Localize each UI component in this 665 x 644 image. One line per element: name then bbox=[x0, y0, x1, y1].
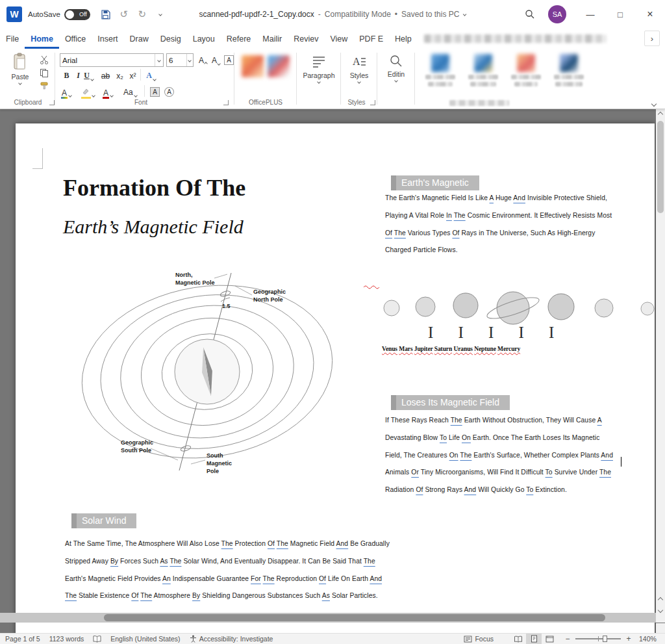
addin-button-2[interactable] bbox=[464, 54, 503, 86]
subscript-button[interactable]: x₂ bbox=[114, 69, 125, 81]
font-size-dropdown-icon[interactable] bbox=[186, 54, 193, 66]
zoom-slider-thumb[interactable] bbox=[603, 636, 607, 642]
officeplus-tool-icon-1[interactable] bbox=[242, 55, 264, 77]
read-mode-button[interactable] bbox=[510, 634, 526, 644]
word-count[interactable]: 1123 words bbox=[49, 635, 84, 643]
paragraph-solar-wind[interactable]: At The Same Time, The Atmosphere Will Al… bbox=[65, 535, 419, 605]
previous-page-icon[interactable] bbox=[658, 597, 663, 602]
menu-tab-office[interactable]: Office bbox=[59, 29, 92, 49]
phonetic-guide-button[interactable]: A bbox=[61, 85, 72, 97]
menu-tab-desig[interactable]: Desig bbox=[155, 29, 187, 49]
paragraph-earths-magnetic[interactable]: The Earth's Magnetic Field Is Like A Hug… bbox=[385, 190, 651, 259]
maximize-button[interactable]: □ bbox=[605, 0, 635, 29]
vertical-scrollbar-thumb[interactable] bbox=[657, 121, 664, 213]
close-button[interactable]: × bbox=[635, 0, 665, 29]
grammar-flagged-word: The bbox=[277, 540, 288, 547]
text-effects-button[interactable]: A bbox=[145, 69, 157, 81]
planets-figure[interactable]: IIIII Venus Mars Jupiter Saturn Uranus N… bbox=[364, 285, 656, 363]
focus-mode-button[interactable]: Focus bbox=[464, 635, 494, 643]
scroll-up-icon[interactable] bbox=[658, 112, 663, 117]
grow-font-button[interactable]: A bbox=[197, 53, 208, 66]
zoom-out-button[interactable]: − bbox=[564, 634, 571, 643]
menu-tab-help[interactable]: Help bbox=[389, 29, 418, 49]
page-indicator[interactable]: Page 1 of 5 bbox=[5, 635, 40, 643]
print-layout-button[interactable] bbox=[526, 634, 542, 644]
format-painter-button[interactable] bbox=[38, 81, 51, 91]
menu-tab-insert[interactable]: Insert bbox=[92, 29, 123, 49]
shrink-font-button[interactable]: A bbox=[210, 53, 221, 66]
officeplus-tool-icon-2[interactable] bbox=[268, 55, 290, 77]
superscript-button[interactable]: x² bbox=[127, 69, 138, 81]
accessibility-status[interactable]: Accessibility: Investigate bbox=[190, 635, 273, 643]
minimize-button[interactable]: — bbox=[575, 0, 605, 29]
paragraph-loses-magnetic-field[interactable]: If These Rays Reach The Earth Without Ob… bbox=[385, 412, 651, 499]
redacted-label bbox=[555, 82, 583, 86]
autosave-toggle[interactable]: Off bbox=[64, 9, 90, 20]
document-title-area[interactable]: scanned-pdf-updf-2-1_Copy.docx - Compati… bbox=[199, 10, 466, 19]
diagram-label-geonorth-1: Geographic bbox=[253, 289, 286, 295]
strikethrough-button[interactable]: ab bbox=[100, 69, 111, 81]
menu-tab-home[interactable]: Home bbox=[25, 29, 59, 49]
editing-button[interactable]: Editin bbox=[380, 54, 412, 82]
addin-button-4[interactable] bbox=[549, 54, 588, 86]
font-name-combo[interactable] bbox=[60, 53, 164, 67]
horizontal-scrollbar-thumb[interactable] bbox=[104, 614, 605, 621]
underline-button[interactable]: U bbox=[83, 69, 94, 81]
heading-earths-magnetic[interactable]: Earth's Magnetic bbox=[391, 175, 479, 190]
save-button[interactable] bbox=[98, 5, 114, 23]
paste-button[interactable]: Paste bbox=[5, 53, 35, 84]
magnetic-field-diagram[interactable]: North, Magnetic Pole Geographic North Po… bbox=[68, 268, 340, 476]
next-page-icon[interactable] bbox=[658, 608, 663, 613]
font-size-combo[interactable] bbox=[166, 53, 194, 67]
font-name-input[interactable] bbox=[60, 57, 155, 64]
menu-tab-view[interactable]: View bbox=[324, 29, 353, 49]
addin-button-1[interactable] bbox=[421, 54, 460, 86]
paragraph-button[interactable]: Paragraph bbox=[300, 54, 338, 83]
enclose-characters-button[interactable]: A bbox=[164, 85, 175, 97]
search-button[interactable] bbox=[522, 5, 538, 23]
cut-button[interactable] bbox=[38, 55, 51, 65]
proofing-status[interactable] bbox=[93, 635, 101, 643]
character-shading-button[interactable]: A bbox=[149, 85, 160, 97]
menu-tab-draw[interactable]: Draw bbox=[124, 29, 155, 49]
addin-button-3[interactable] bbox=[507, 54, 546, 86]
font-dialog-launcher[interactable] bbox=[223, 100, 229, 105]
ribbon-nav-next-button[interactable]: › bbox=[644, 31, 660, 46]
bold-button[interactable]: B bbox=[61, 69, 72, 81]
heading-loses-magnetic-field[interactable]: Loses Its Magnetic Field bbox=[391, 395, 510, 410]
vertical-scrollbar[interactable] bbox=[656, 109, 665, 623]
grammar-flagged-word: Of bbox=[268, 540, 275, 547]
redacted-group-label bbox=[449, 100, 509, 106]
menu-tab-layou[interactable]: Layou bbox=[187, 29, 221, 49]
redo-button[interactable]: ↻ bbox=[134, 5, 150, 23]
font-size-input[interactable] bbox=[167, 57, 186, 64]
copy-button[interactable] bbox=[38, 68, 51, 78]
quick-access-dropdown[interactable] bbox=[153, 5, 168, 23]
menu-tab-pdf-e[interactable]: PDF E bbox=[353, 29, 389, 49]
web-layout-button[interactable] bbox=[542, 634, 557, 644]
document-page[interactable]: Formation Of The Earth’s Magnetic Field bbox=[16, 123, 655, 634]
collapse-ribbon-button[interactable] bbox=[652, 97, 656, 109]
change-case-button[interactable]: Aa bbox=[123, 85, 137, 97]
font-color-button[interactable]: A bbox=[103, 85, 114, 97]
italic-button[interactable]: I bbox=[73, 69, 84, 81]
word-app-icon[interactable]: W bbox=[6, 6, 22, 22]
clipboard-dialog-launcher[interactable] bbox=[49, 100, 55, 105]
menu-tab-refere[interactable]: Refere bbox=[221, 29, 257, 49]
menu-tab-mailir[interactable]: Mailir bbox=[257, 29, 288, 49]
menu-tab-reviev[interactable]: Reviev bbox=[288, 29, 324, 49]
text-highlight-button[interactable] bbox=[82, 85, 95, 97]
horizontal-scrollbar[interactable] bbox=[0, 613, 656, 623]
styles-button[interactable]: A Styles bbox=[343, 54, 375, 83]
zoom-slider[interactable] bbox=[575, 638, 621, 639]
zoom-in-button[interactable]: + bbox=[625, 634, 633, 643]
language-indicator[interactable]: English (United States) bbox=[110, 635, 180, 643]
undo-button[interactable]: ↺ bbox=[116, 5, 132, 23]
heading-solar-wind[interactable]: Solar Wind bbox=[71, 513, 136, 528]
user-avatar[interactable]: SA bbox=[548, 5, 566, 23]
clear-formatting-button[interactable]: A bbox=[223, 53, 234, 66]
menu-tab-file[interactable]: File bbox=[0, 29, 25, 49]
font-name-dropdown-icon[interactable] bbox=[155, 54, 163, 66]
styles-dialog-launcher[interactable] bbox=[370, 100, 375, 105]
zoom-level[interactable]: 140% bbox=[639, 635, 659, 643]
